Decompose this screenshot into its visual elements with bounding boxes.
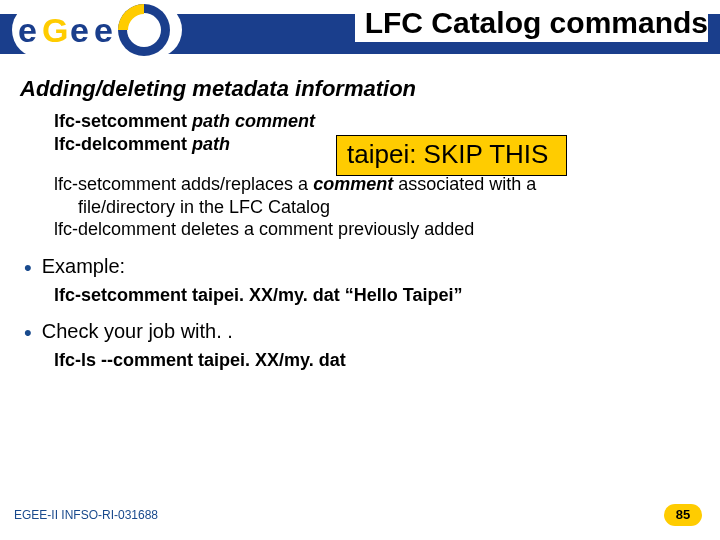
svg-text:G: G <box>42 11 68 49</box>
bullet-dot-icon: • <box>24 320 32 345</box>
description-2: lfc-delcomment deletes a comment previou… <box>54 218 700 241</box>
description-1-cont: file/directory in the LFC Catalog <box>78 196 700 219</box>
desc1-b: comment <box>313 174 393 194</box>
svg-text:e: e <box>70 11 89 49</box>
command-1: lfc-setcomment path comment <box>54 110 700 133</box>
cmd1-name: lfc-setcomment <box>54 111 192 131</box>
cmd2-name: lfc-delcomment <box>54 134 192 154</box>
bullet-example: •Example: <box>24 255 700 281</box>
desc1-c: associated with a <box>393 174 536 194</box>
slide-title: LFC Catalog commands <box>355 6 708 42</box>
svg-text:e: e <box>94 11 113 49</box>
bullet-example-label: Example: <box>42 255 125 277</box>
example-command: lfc-setcomment taipei. XX/my. dat “Hello… <box>54 285 700 306</box>
bullet-check-label: Check your job with. . <box>42 320 233 342</box>
description-1: lfc-setcomment adds/replaces a comment a… <box>54 173 700 196</box>
svg-text:e: e <box>18 11 37 49</box>
skip-callout: taipei: SKIP THIS <box>336 135 567 176</box>
page-number: 85 <box>664 504 702 526</box>
bullet-check: •Check your job with. . <box>24 320 700 346</box>
cmd1-args: path comment <box>192 111 315 131</box>
bullet-dot-icon: • <box>24 255 32 280</box>
check-command: lfc-ls --comment taipei. XX/my. dat <box>54 350 700 371</box>
footer-right: 85 <box>664 504 702 526</box>
cmd2-args: path <box>192 134 230 154</box>
section-heading: Adding/deleting metadata information <box>20 76 700 102</box>
content-area: Adding/deleting metadata information lfc… <box>20 76 700 371</box>
desc1-a: lfc-setcomment adds/replaces a <box>54 174 313 194</box>
tagline: Enabling Grids for E-sciencE <box>185 54 313 65</box>
egee-logo: e G e e <box>12 2 182 58</box>
footer-left: EGEE-II INFSO-RI-031688 <box>14 508 158 522</box>
